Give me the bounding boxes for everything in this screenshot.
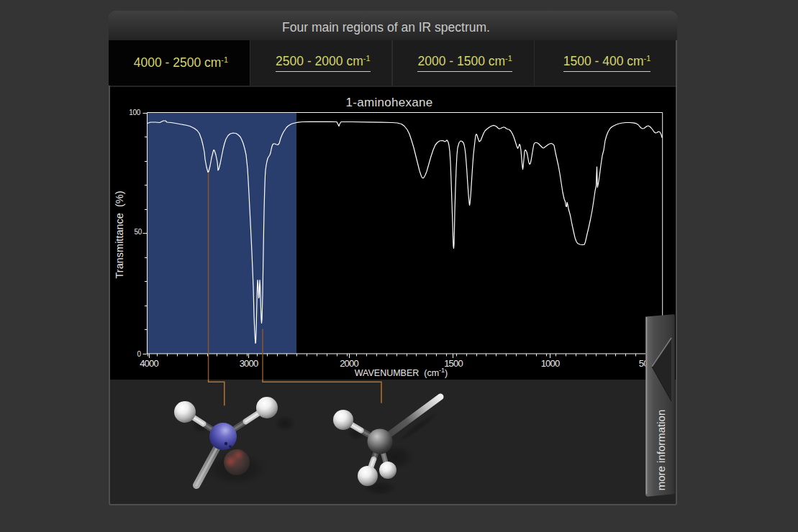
svg-text:4000: 4000 — [140, 358, 158, 369]
svg-text:Transmittance (%): Transmittance (%) — [114, 191, 125, 279]
svg-text:more information: more information — [655, 410, 667, 491]
svg-text:50: 50 — [134, 228, 142, 236]
svg-text:100: 100 — [129, 109, 141, 116]
svg-text:3000: 3000 — [240, 358, 258, 369]
svg-text:1000: 1000 — [541, 358, 560, 369]
svg-text:0: 0 — [137, 350, 141, 358]
svg-text:1-aminohexane: 1-aminohexane — [345, 96, 432, 109]
svg-text:WAVENUMBER (cm-1): WAVENUMBER (cm-1) — [355, 367, 448, 378]
